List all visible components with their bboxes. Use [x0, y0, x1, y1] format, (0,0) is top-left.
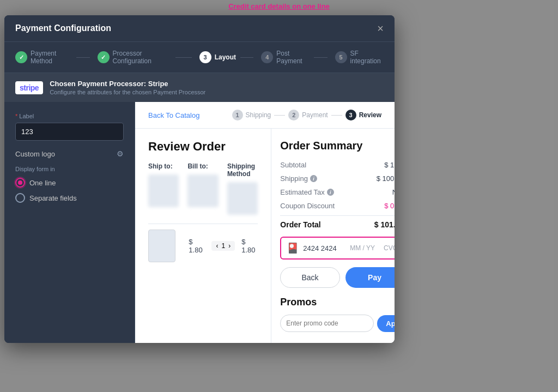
subtotal-value: $ 1.80: [384, 161, 395, 169]
radio-inner-one-line: [18, 180, 22, 185]
checkout-step-label-review: Review: [359, 111, 381, 119]
tax-label: Estimated Tax i: [280, 188, 333, 196]
tax-info-icon: i: [327, 189, 334, 196]
step-processor-config[interactable]: ✓ Processor Configuration: [72, 50, 171, 65]
order-item-row: $ 1.80 ‹ 1 › $ 1.80: [148, 224, 258, 268]
stripe-logo: stripe: [15, 81, 43, 94]
ship-to-label: Ship to:: [148, 162, 179, 170]
modal-title: Payment Configuration: [15, 23, 111, 33]
custom-logo-row: Custom logo ⚙: [15, 149, 124, 158]
shipping-label: Shipping i: [280, 174, 317, 183]
stepper: ✓ Payment Method ✓ Processor Configurati…: [4, 42, 395, 73]
checkout-step-circle-payment: 2: [288, 110, 299, 120]
product-unit-price: $ 1.80: [189, 238, 205, 254]
qty-minus-icon[interactable]: ‹: [216, 242, 218, 250]
radio-outer-one-line: [15, 178, 25, 188]
step-label-processor-config: Processor Configuration: [113, 50, 171, 65]
step-label-post-payment: Post Payment: [276, 50, 310, 65]
step-post-payment[interactable]: 4 Post Payment: [236, 50, 310, 65]
checkout-body: Review Order Ship to: Bill to:: [135, 129, 395, 343]
step-circle-payment-method: ✓: [15, 51, 27, 63]
step-payment-method[interactable]: ✓ Payment Method: [15, 50, 72, 65]
back-to-catalog-link[interactable]: Back To Catalog: [148, 111, 199, 119]
summary-row-coupon: Coupon Discount $ 0.00: [280, 202, 395, 210]
modal-close-button[interactable]: ×: [377, 23, 384, 34]
checkout-step-review: 3 Review: [345, 110, 381, 120]
step-circle-sf-integration: 5: [335, 51, 347, 63]
checkout-step-circle-review: 3: [345, 110, 356, 120]
processor-title: Chosen Payment Processor: Stripe: [50, 80, 205, 88]
shipping-method-label: Shipping Method: [227, 162, 258, 178]
radio-one-line[interactable]: One line: [15, 178, 124, 188]
order-summary: Order Summary Subtotal $ 1.80 Shipping i…: [271, 129, 395, 343]
product-thumbnail: [148, 230, 175, 262]
promos-section: Promos Apply: [280, 297, 395, 332]
order-review: Review Order Ship to: Bill to:: [135, 129, 271, 343]
top-annotation: Credit card details on one line: [228, 2, 330, 10]
radio-separate-fields[interactable]: Separate fields: [15, 193, 124, 203]
step-divider-2: [331, 115, 342, 116]
checkout-actions: Back Pay: [280, 267, 395, 288]
summary-row-shipping: Shipping i $ 100.00: [280, 174, 395, 183]
card-field-row[interactable]: 🎴 2424 2424 MM / YY CVC: [280, 237, 395, 260]
shipping-info-icon: i: [310, 175, 317, 182]
bill-to-content: [187, 174, 218, 207]
step-label-layout: Layout: [215, 53, 236, 61]
step-layout[interactable]: 3 Layout: [171, 51, 236, 63]
bill-to-label: Bill to:: [187, 162, 218, 170]
quantity-control[interactable]: ‹ 1 ›: [211, 241, 235, 251]
checkout-step-payment: 2 Payment: [288, 110, 327, 120]
promo-code-input[interactable]: [280, 315, 374, 332]
summary-row-subtotal: Subtotal $ 1.80: [280, 161, 395, 169]
promo-input-row: Apply: [280, 315, 395, 332]
card-cvc: CVC: [384, 244, 395, 252]
promos-title: Promos: [280, 297, 395, 308]
checkout-header: Back To Catalog 1 Shipping 2 Payment: [135, 102, 395, 129]
processor-subtitle: Configure the attributes for the chosen …: [50, 89, 205, 95]
review-order-title: Review Order: [148, 140, 258, 154]
card-brand-icon: 🎴: [287, 242, 299, 254]
modal-header: Payment Configuration ×: [4, 15, 395, 42]
pay-button[interactable]: Pay: [345, 267, 395, 288]
apply-promo-button[interactable]: Apply: [377, 315, 395, 332]
config-sidebar: * Label Custom logo ⚙ Display form in On…: [4, 102, 135, 343]
step-divider-1: [274, 115, 285, 116]
step-circle-post-payment: 4: [261, 51, 273, 63]
preview-panel: Back To Catalog 1 Shipping 2 Payment: [135, 102, 395, 343]
label-field-label: * Label: [15, 113, 124, 119]
shipping-method-content: [227, 182, 258, 215]
display-form-label: Display form in: [15, 166, 124, 172]
checkout-step-circle-shipping: 1: [232, 110, 243, 120]
radio-outer-separate-fields: [15, 193, 25, 203]
back-button[interactable]: Back: [280, 267, 340, 288]
order-total-row: Order Total $ 101.80: [280, 215, 395, 229]
product-total-price: $ 1.80: [241, 238, 258, 254]
processor-text: Chosen Payment Processor: Stripe Configu…: [50, 80, 205, 95]
checkout-step-shipping: 1 Shipping: [232, 110, 271, 120]
step-circle-processor-config: ✓: [98, 51, 110, 63]
card-expiry: MM / YY: [350, 244, 375, 252]
tax-value: N/A: [392, 188, 395, 196]
qty-value: 1: [221, 242, 225, 250]
checkout-steps: 1 Shipping 2 Payment 3 Review: [232, 110, 381, 120]
radio-label-separate-fields: Separate fields: [29, 194, 77, 202]
card-number-display: 2424 2424: [303, 244, 345, 252]
qty-plus-icon[interactable]: ›: [228, 242, 231, 250]
label-input[interactable]: [15, 123, 124, 141]
ship-to-col: Ship to:: [148, 162, 179, 215]
radio-label-one-line: One line: [29, 179, 56, 187]
coupon-value: $ 0.00: [384, 202, 395, 210]
coupon-label: Coupon Discount: [280, 202, 335, 210]
custom-logo-label: Custom logo: [15, 150, 55, 158]
step-label-sf-integration: SF integration: [350, 50, 384, 65]
order-total-value: $ 101.80: [374, 220, 395, 229]
bill-to-col: Bill to:: [187, 162, 218, 215]
address-row: Ship to: Bill to: Shipping Method: [148, 162, 258, 215]
order-summary-title: Order Summary: [280, 140, 395, 152]
gear-icon[interactable]: ⚙: [117, 149, 124, 158]
shipping-value: $ 100.00: [377, 174, 395, 183]
step-sf-integration[interactable]: 5 SF integration: [310, 50, 384, 65]
summary-row-tax: Estimated Tax i N/A: [280, 188, 395, 196]
checkout-step-label-shipping: Shipping: [246, 111, 271, 119]
payment-config-modal: Payment Configuration × ✓ Payment Method…: [4, 15, 395, 343]
